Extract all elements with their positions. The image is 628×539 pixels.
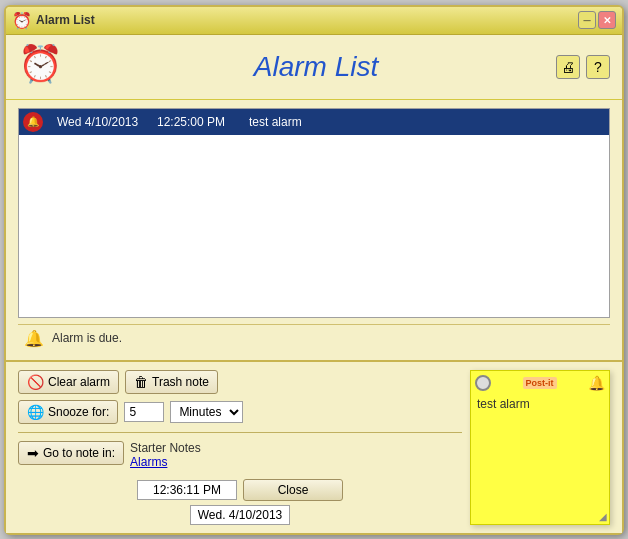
time-display: 12:36:11 PM — [137, 480, 237, 500]
header-title: Alarm List — [76, 51, 556, 83]
snooze-button[interactable]: 🌐 Snooze for: — [18, 400, 118, 424]
divider — [18, 432, 462, 433]
postit-circle — [475, 375, 491, 391]
alarm-list-container: 🔔 Wed 4/10/2013 12:25:00 PM test alarm — [18, 108, 610, 318]
title-bar-icon: ⏰ — [12, 11, 30, 29]
trash-note-button[interactable]: 🗑 Trash note — [125, 370, 218, 394]
alarm-row-icon: 🔔 — [23, 112, 43, 132]
table-row[interactable]: 🔔 Wed 4/10/2013 12:25:00 PM test alarm — [19, 109, 609, 135]
postit-resize-handle[interactable]: ◢ — [599, 511, 607, 522]
status-icon: 🔔 — [24, 329, 44, 348]
goto-note-button[interactable]: ➡ Go to note in: — [18, 441, 124, 465]
postit-logo: Post-it — [523, 377, 557, 389]
clear-icon: 🚫 — [27, 374, 44, 390]
title-bar-text: Alarm List — [36, 13, 578, 27]
title-bar: ⏰ Alarm List ─ ✕ — [6, 7, 622, 35]
close-button[interactable]: Close — [243, 479, 343, 501]
snooze-icon: 🌐 — [27, 404, 44, 420]
help-button[interactable]: ? — [586, 55, 610, 79]
snooze-row: 🌐 Snooze for: Minutes Hours — [18, 400, 462, 424]
print-button[interactable]: 🖨 — [556, 55, 580, 79]
trash-note-label: Trash note — [152, 375, 209, 389]
status-text: Alarm is due. — [52, 331, 122, 345]
bottom-panel: 🚫 Clear alarm 🗑 Trash note 🌐 Snooze for:… — [6, 360, 622, 533]
alarm-row-label: test alarm — [249, 115, 302, 129]
snooze-label: Snooze for: — [48, 405, 109, 419]
alarm-row-date: Wed 4/10/2013 — [49, 115, 149, 129]
goto-secondary-link[interactable]: Alarms — [130, 455, 201, 469]
status-area: 🔔 Alarm is due. — [18, 324, 610, 352]
clear-alarm-button[interactable]: 🚫 Clear alarm — [18, 370, 119, 394]
goto-primary-link[interactable]: Starter Notes — [130, 441, 201, 455]
goto-links: Starter Notes Alarms — [130, 441, 201, 469]
trash-icon: 🗑 — [134, 374, 148, 390]
goto-label: Go to note in: — [43, 446, 115, 460]
header-icon: ⏰ — [18, 43, 66, 91]
postit-note: Post-it 🔔 test alarm ◢ — [470, 370, 610, 525]
alarm-row-time: 12:25:00 PM — [149, 115, 249, 129]
title-bar-buttons: ─ ✕ — [578, 11, 616, 29]
time-date-close: 12:36:11 PM Close Wed. 4/10/2013 — [18, 479, 462, 525]
date-display: Wed. 4/10/2013 — [190, 505, 290, 525]
postit-content: test alarm — [475, 395, 605, 520]
goto-icon: ➡ — [27, 445, 39, 461]
main-window: ⏰ Alarm List ─ ✕ ⏰ Alarm List 🖨 ? 🔔 Wed … — [4, 5, 624, 535]
postit-header: Post-it 🔔 — [475, 375, 605, 391]
snooze-unit-select[interactable]: Minutes Hours — [170, 401, 243, 423]
minimize-button[interactable]: ─ — [578, 11, 596, 29]
left-controls: 🚫 Clear alarm 🗑 Trash note 🌐 Snooze for:… — [18, 370, 462, 525]
header-actions: 🖨 ? — [556, 55, 610, 79]
close-title-button[interactable]: ✕ — [598, 11, 616, 29]
clear-alarm-label: Clear alarm — [48, 375, 110, 389]
action-buttons-row: 🚫 Clear alarm 🗑 Trash note — [18, 370, 462, 394]
goto-row: ➡ Go to note in: Starter Notes Alarms — [18, 441, 462, 469]
header-area: ⏰ Alarm List 🖨 ? — [6, 35, 622, 100]
snooze-value-input[interactable] — [124, 402, 164, 422]
main-content: 🔔 Wed 4/10/2013 12:25:00 PM test alarm 🔔… — [6, 100, 622, 360]
postit-corner-icon: 🔔 — [588, 375, 605, 391]
